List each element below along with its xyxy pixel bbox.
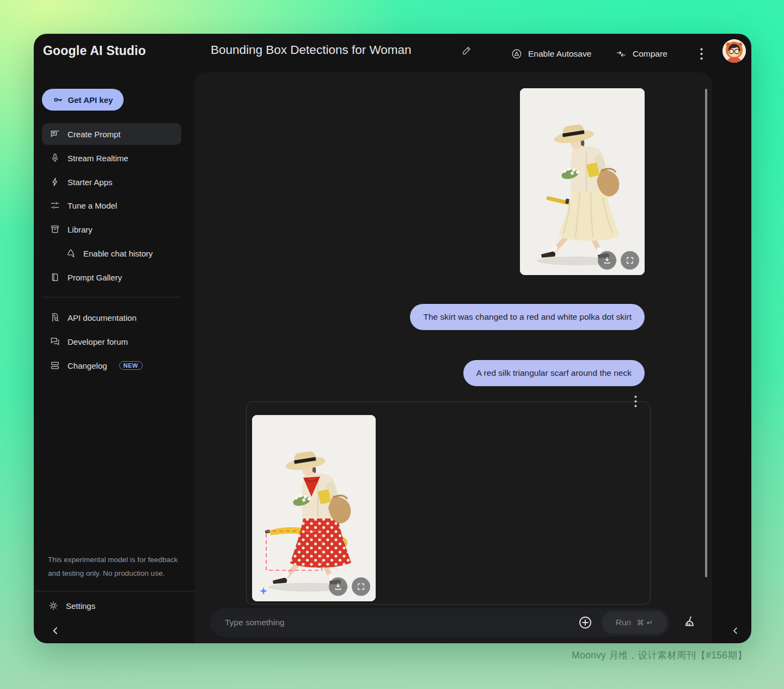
original-image-card (520, 88, 645, 275)
fullscreen-image-button[interactable] (621, 251, 639, 270)
moonvy-watermark: Moonvy 月维，设计素材周刊【#156期】 (572, 649, 747, 662)
new-badge: NEW (119, 361, 143, 370)
chat-panel: The skirt was changed to a red and white… (194, 72, 712, 643)
prompt-input[interactable] (225, 608, 562, 637)
sidebar-item-create-prompt[interactable]: Create Prompt (42, 123, 181, 145)
prompt-title: Bounding Box Detections for Woman (211, 43, 412, 57)
header-more-menu-button[interactable] (696, 45, 707, 63)
sidebar-item-enable-chat-history[interactable]: Enable chat history (42, 242, 181, 264)
book-icon (50, 272, 60, 283)
add-attachment-button[interactable] (578, 615, 593, 630)
original-photo (520, 88, 645, 275)
chat-scrollbar[interactable] (705, 89, 707, 577)
sidebar-item-starter-apps[interactable]: Starter Apps (42, 171, 181, 193)
sidebar-bottom-divider (34, 591, 195, 592)
sidebar-divider (42, 297, 181, 297)
image-actions (598, 251, 639, 270)
user-message-bubble: A red silk triangular scarf around the n… (463, 360, 645, 386)
compare-label: Compare (633, 49, 667, 59)
sidebar-item-label: Changelog (68, 361, 107, 370)
collapse-panel-button[interactable] (731, 626, 740, 636)
generated-photo (252, 415, 376, 601)
image-actions (329, 577, 370, 596)
sidebar-item-label: Enable chat history (83, 249, 153, 258)
app-window: Google AI Studio Get API key Create Prom… (34, 34, 751, 643)
enable-autosave-button[interactable]: Enable Autosave (511, 44, 591, 64)
drive-circle-icon (511, 48, 523, 60)
user-message-bubble: The skirt was changed to a red and white… (410, 304, 645, 330)
response-more-menu-button[interactable] (630, 394, 641, 408)
app-brand: Google AI Studio (43, 44, 146, 58)
changelog-icon (50, 360, 60, 371)
forum-icon (50, 336, 60, 347)
edit-title-button[interactable] (461, 45, 472, 56)
run-shortcut: ⌘ ↵ (636, 618, 653, 627)
sidebar-item-label: Library (68, 225, 93, 234)
sidebar-item-label: Starter Apps (68, 178, 113, 187)
sidebar-item-label: Developer forum (68, 337, 128, 346)
sidebar: Google AI Studio Get API key Create Prom… (34, 34, 195, 643)
desktop-background: { "header": { "brand": "Google AI Studio… (0, 0, 784, 689)
create-prompt-icon (50, 129, 60, 139)
sidebar-item-developer-forum[interactable]: Developer forum (42, 331, 181, 352)
gear-icon (48, 600, 59, 611)
compare-button[interactable]: Compare (615, 44, 667, 64)
compare-arrows-icon (615, 48, 627, 60)
sidebar-item-tune-a-model[interactable]: Tune a Model (42, 194, 181, 216)
sidebar-item-changelog[interactable]: Changelog NEW (42, 355, 181, 376)
sidebar-item-label: Prompt Gallery (68, 273, 122, 282)
drive-plus-icon (65, 248, 76, 259)
sidebar-item-stream-realtime[interactable]: Stream Realtime (42, 147, 181, 169)
sidebar-item-label: Tune a Model (68, 201, 117, 210)
sparkle-icon (259, 586, 268, 596)
enable-autosave-label: Enable Autosave (528, 49, 591, 59)
generated-image-card (252, 415, 376, 601)
sidebar-item-label: API documentation (68, 313, 137, 322)
run-label: Run (616, 618, 631, 627)
user-avatar[interactable] (722, 39, 746, 63)
run-button[interactable]: Run ⌘ ↵ (602, 611, 667, 634)
sidebar-item-label: Stream Realtime (68, 154, 128, 163)
settings-label: Settings (66, 601, 95, 611)
download-image-button[interactable] (598, 251, 616, 270)
avatar-illustration (722, 39, 746, 63)
sidebar-item-library[interactable]: Library (42, 218, 181, 240)
composer-bar: Run ⌘ ↵ (210, 608, 670, 637)
archive-icon (50, 224, 60, 235)
microphone-icon (50, 153, 60, 163)
sidebar-item-api-documentation[interactable]: API documentation (42, 307, 181, 328)
get-api-key-label: Get API key (68, 95, 113, 105)
doc-search-icon (50, 312, 60, 323)
download-image-button[interactable] (329, 577, 347, 596)
collapse-sidebar-button[interactable] (50, 625, 61, 636)
key-icon (53, 94, 64, 105)
experimental-disclaimer: This experimental model is for feedback … (48, 553, 186, 580)
sidebar-item-settings[interactable]: Settings (48, 600, 95, 611)
sidebar-item-prompt-gallery[interactable]: Prompt Gallery (42, 266, 181, 288)
lightning-icon (50, 176, 60, 187)
get-api-key-button[interactable]: Get API key (42, 89, 124, 111)
tune-sliders-icon (50, 200, 60, 211)
clear-chat-button[interactable] (682, 615, 697, 630)
sidebar-item-label: Create Prompt (68, 130, 121, 139)
fullscreen-image-button[interactable] (352, 577, 370, 596)
